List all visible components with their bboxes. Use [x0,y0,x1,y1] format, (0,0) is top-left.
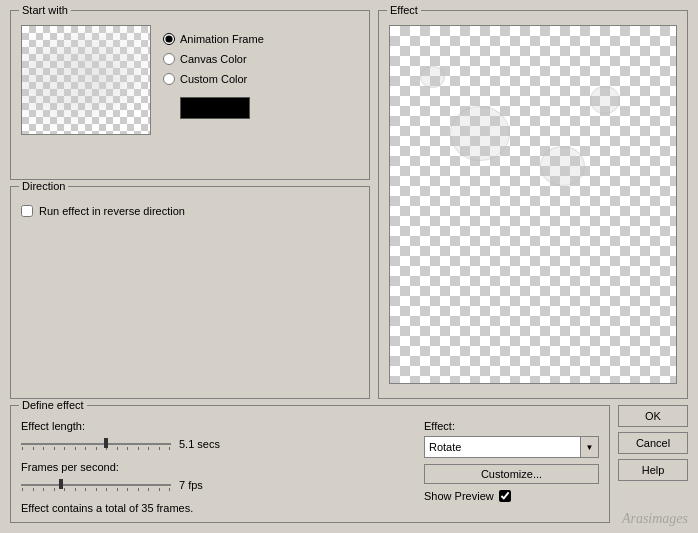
tick [85,447,86,450]
bubble-3 [590,86,620,114]
tick [117,447,118,450]
tick [169,488,170,491]
radio-animation-frame-input[interactable] [163,33,175,45]
effect-length-row: Effect length: [21,420,404,453]
fps-slider-row: 7 fps [21,476,404,494]
tick [117,488,118,491]
direction-content: Run effect in reverse direction [21,201,359,221]
total-frames: Effect contains a total of 35 frames. [21,502,404,514]
tick [64,447,65,450]
effect-panel: Effect [378,10,688,399]
effect-length-slider-row: 5.1 secs [21,435,404,453]
tick [54,447,55,450]
tick [127,447,128,450]
bubble-2 [540,146,585,186]
define-effect-label: Define effect [19,399,87,411]
show-preview-row: Show Preview [424,490,599,502]
tick [96,447,97,450]
top-row: Start with Animation Frame [10,10,688,399]
bubble-4 [420,66,445,88]
radio-custom-color-input[interactable] [163,73,175,85]
tick [138,447,139,450]
tick [85,488,86,491]
fps-label: Frames per second: [21,461,404,473]
help-button[interactable]: Help [618,459,688,481]
tick [106,488,107,491]
direction-panel: Direction Run effect in reverse directio… [10,186,370,399]
effect-dropdown-value: Rotate [425,439,580,455]
effect-length-thumb[interactable] [104,438,108,448]
left-sliders: Effect length: [21,420,404,514]
effect-length-label: Effect length: [21,420,404,432]
tick [64,488,65,491]
tick [159,447,160,450]
radio-canvas-color[interactable]: Canvas Color [163,53,264,65]
ok-button[interactable]: OK [618,405,688,427]
tick [127,488,128,491]
bubble-1 [450,106,510,161]
customize-button[interactable]: Customize... [424,464,599,484]
tick [148,488,149,491]
fps-row: Frames per second: [21,461,404,494]
start-with-content: Animation Frame Canvas Color Custom Colo… [21,25,359,135]
effect-dropdown[interactable]: Rotate ▼ [424,436,599,458]
tick [75,488,76,491]
tick [33,488,34,491]
reverse-direction-label: Run effect in reverse direction [39,205,185,217]
tick [159,488,160,491]
right-buttons: OK Cancel Help [618,405,688,523]
define-effect-content: Effect length: [21,420,599,514]
dropdown-arrow-icon[interactable]: ▼ [580,437,598,457]
radio-options: Animation Frame Canvas Color Custom Colo… [163,25,264,119]
radio-animation-frame[interactable]: Animation Frame [163,33,264,45]
direction-label: Direction [19,180,68,192]
tick [22,488,23,491]
tick [138,488,139,491]
cancel-button[interactable]: Cancel [618,432,688,454]
tick [54,488,55,491]
tick [75,447,76,450]
effect-dropdown-label: Effect: [424,420,599,432]
show-preview-label: Show Preview [424,490,494,502]
effect-panel-label: Effect [387,4,421,16]
tick [43,447,44,450]
fps-ticks [21,488,171,491]
fps-value: 7 fps [179,479,203,491]
effect-length-ticks [21,447,171,450]
checker-overlay [22,26,150,134]
tick [96,488,97,491]
define-effect-panel: Define effect Effect length: [10,405,610,523]
color-swatch[interactable] [180,97,250,119]
right-effect: Effect: Rotate ▼ Customize... Show Previ… [424,420,599,514]
effect-length-slider[interactable] [21,435,171,453]
effect-length-value: 5.1 secs [179,438,220,450]
left-panels: Start with Animation Frame [10,10,370,399]
radio-canvas-color-input[interactable] [163,53,175,65]
effect-preview [389,25,677,384]
radio-custom-color-label: Custom Color [180,73,247,85]
fps-thumb[interactable] [59,479,63,489]
start-with-label: Start with [19,4,71,16]
effect-length-track [21,443,171,445]
main-container: Start with Animation Frame [0,0,698,533]
tick [22,447,23,450]
bottom-row: Define effect Effect length: [10,405,688,523]
show-preview-checkbox[interactable] [499,490,511,502]
tick [33,447,34,450]
radio-canvas-color-label: Canvas Color [180,53,247,65]
effect-bubbles [390,26,676,383]
reverse-direction-checkbox[interactable] [21,205,33,217]
fps-slider[interactable] [21,476,171,494]
start-with-panel: Start with Animation Frame [10,10,370,180]
radio-animation-frame-label: Animation Frame [180,33,264,45]
tick [43,488,44,491]
start-with-preview [21,25,151,135]
radio-custom-color[interactable]: Custom Color [163,73,264,85]
tick [169,447,170,450]
tick [148,447,149,450]
fps-track [21,484,171,486]
